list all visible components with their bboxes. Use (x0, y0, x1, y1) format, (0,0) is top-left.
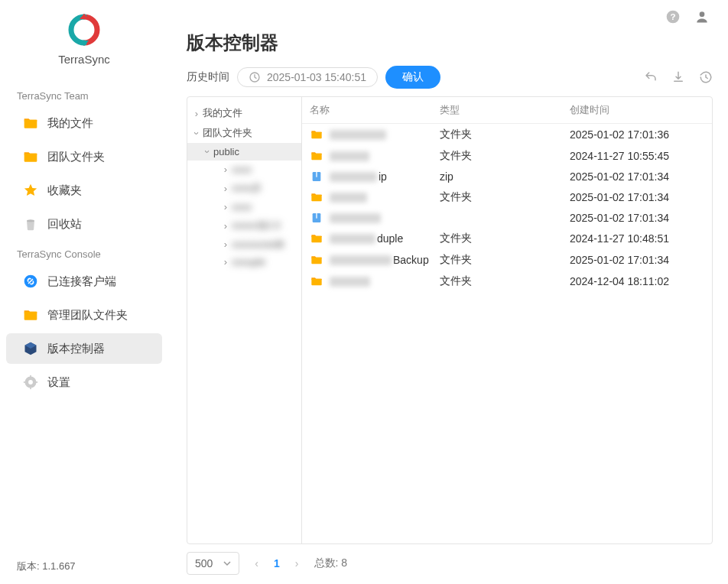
svg-point-4 (27, 219, 34, 222)
history-icon[interactable] (699, 70, 713, 84)
table-row[interactable]: Backup文件夹2025-01-02 17:01:34 (302, 249, 712, 271)
tree-node-child[interactable]: ›xxxx步 (187, 178, 301, 198)
folder-icon (310, 254, 323, 266)
app-logo-block: TerraSync (0, 14, 168, 66)
col-name: 名称 (310, 103, 440, 117)
pager-prev[interactable]: ‹ (250, 554, 263, 573)
sidebar-item-favorites[interactable]: 收藏夹 (6, 175, 162, 206)
sidebar-section-team: TerraSync Team (0, 83, 168, 106)
link-icon (23, 274, 38, 289)
chevron-right-icon: › (221, 256, 230, 268)
sidebar-item-settings[interactable]: 设置 (6, 367, 162, 397)
cell-created: 2024-12-04 18:11:02 (570, 275, 704, 287)
table-header: 名称 类型 创建时间 (302, 97, 712, 124)
col-created: 创建时间 (570, 103, 704, 117)
svg-text:?: ? (670, 11, 675, 21)
content-box: ›我的文件 ›团队文件夹 ›public ›xxxx ›xxxx步 ›xxxx … (187, 96, 713, 544)
app-logo-icon (68, 14, 100, 46)
help-icon[interactable]: ? (665, 9, 681, 24)
pager: 500 ‹ 1 › 总数: 8 (187, 544, 713, 578)
zip-icon (310, 212, 323, 224)
svg-rect-23 (316, 213, 317, 219)
tree-node-team-folders[interactable]: ›团队文件夹 (187, 123, 301, 143)
download-icon[interactable] (671, 70, 685, 84)
tree-node-public[interactable]: ›public (187, 143, 301, 161)
chevron-right-icon: › (221, 164, 230, 175)
svg-rect-10 (30, 387, 31, 389)
svg-rect-11 (24, 381, 26, 383)
table-row[interactable]: 文件夹2024-11-27 10:55:45 (302, 145, 712, 167)
folder-icon (310, 275, 323, 287)
table-row[interactable]: 文件夹2025-01-02 17:01:34 (302, 187, 712, 208)
gear-icon (23, 375, 38, 390)
sidebar-item-manage-team-folders[interactable]: 管理团队文件夹 (6, 300, 162, 330)
pager-current[interactable]: 1 (274, 557, 280, 569)
version-label: 版本: 1.1.667 (0, 549, 168, 584)
confirm-button[interactable]: 确认 (385, 66, 440, 89)
tree-node-my-files[interactable]: ›我的文件 (187, 103, 301, 123)
table-row[interactable]: ipzip2025-01-02 17:01:34 (302, 167, 712, 187)
page-size-select[interactable]: 500 (187, 552, 239, 575)
table-row[interactable]: 文件夹2024-12-04 18:11:02 (302, 271, 712, 292)
tree-node-child[interactable]: ›xxxxxxzedB (187, 235, 301, 253)
chevron-right-icon: › (221, 220, 230, 232)
svg-rect-17 (311, 132, 321, 139)
chevron-down-icon: › (202, 148, 213, 157)
svg-rect-6 (24, 312, 37, 320)
svg-rect-20 (316, 172, 317, 177)
nav-label: 已连接客户端 (47, 274, 116, 289)
cell-type: 文件夹 (440, 149, 570, 163)
sidebar: TerraSync TerraSync Team 我的文件 团队文件夹 收藏夹 … (0, 0, 168, 584)
table-row[interactable]: duple文件夹2024-11-27 10:48:51 (302, 228, 712, 249)
folder-icon (310, 128, 323, 141)
chevron-right-icon: › (221, 183, 230, 194)
nav-label: 收藏夹 (47, 183, 82, 198)
svg-rect-2 (24, 120, 37, 128)
file-table: 名称 类型 创建时间 文件夹2025-01-02 17:01:36文件夹2024… (302, 97, 712, 543)
table-row[interactable]: 文件夹2025-01-02 17:01:36 (302, 124, 712, 145)
cell-type: 文件夹 (440, 128, 570, 141)
sidebar-item-my-files[interactable]: 我的文件 (6, 108, 162, 138)
chevron-right-icon: › (221, 201, 230, 213)
tree-node-child[interactable]: ›xxxxx份2.0 (187, 216, 301, 235)
sidebar-section-console: TerraSync Console (0, 241, 168, 264)
zip-icon (310, 170, 323, 183)
cell-type: 文件夹 (440, 253, 570, 267)
tree-node-child[interactable]: ›xxxx (187, 198, 301, 216)
sidebar-item-team-folders[interactable]: 团队文件夹 (6, 141, 162, 172)
tree-node-child[interactable]: ›xxxx (187, 161, 301, 178)
cell-created: 2024-11-27 10:55:45 (570, 150, 704, 162)
table-body: 文件夹2025-01-02 17:01:36文件夹2024-11-27 10:5… (302, 124, 712, 292)
sidebar-item-connected-clients[interactable]: 已连接客户端 (6, 266, 162, 297)
chevron-down-icon: › (191, 128, 203, 138)
folder-icon (310, 191, 323, 203)
user-icon[interactable] (694, 9, 710, 24)
pager-next[interactable]: › (291, 554, 304, 573)
folder-icon (23, 149, 38, 164)
folder-icon (310, 232, 323, 245)
app-name: TerraSync (0, 53, 168, 66)
svg-rect-26 (311, 279, 321, 286)
sidebar-item-trash[interactable]: 回收站 (6, 209, 162, 239)
star-icon (23, 183, 38, 198)
table-row[interactable]: 2025-01-02 17:01:34 (302, 208, 712, 228)
cell-created: 2025-01-02 17:01:36 (570, 128, 704, 141)
cell-type: 文件夹 (440, 274, 570, 288)
sidebar-item-version-control[interactable]: 版本控制器 (6, 333, 162, 364)
nav-label: 我的文件 (47, 116, 93, 131)
col-type: 类型 (440, 103, 570, 117)
cell-type: 文件夹 (440, 190, 570, 204)
timestamp-input[interactable]: 2025-01-03 15:40:51 (237, 67, 378, 87)
nav-label: 设置 (47, 375, 70, 390)
chevron-right-icon: › (221, 238, 230, 250)
svg-rect-21 (311, 195, 321, 202)
svg-rect-24 (311, 236, 321, 243)
svg-point-15 (700, 11, 705, 17)
tree-node-child[interactable]: ›xxxuple (187, 253, 301, 271)
chevron-right-icon: › (192, 108, 201, 119)
svg-rect-9 (30, 375, 31, 378)
cell-created: 2025-01-02 17:01:34 (570, 212, 704, 224)
clock-icon (249, 71, 261, 83)
undo-icon[interactable] (644, 70, 658, 84)
folder-icon (23, 115, 38, 131)
